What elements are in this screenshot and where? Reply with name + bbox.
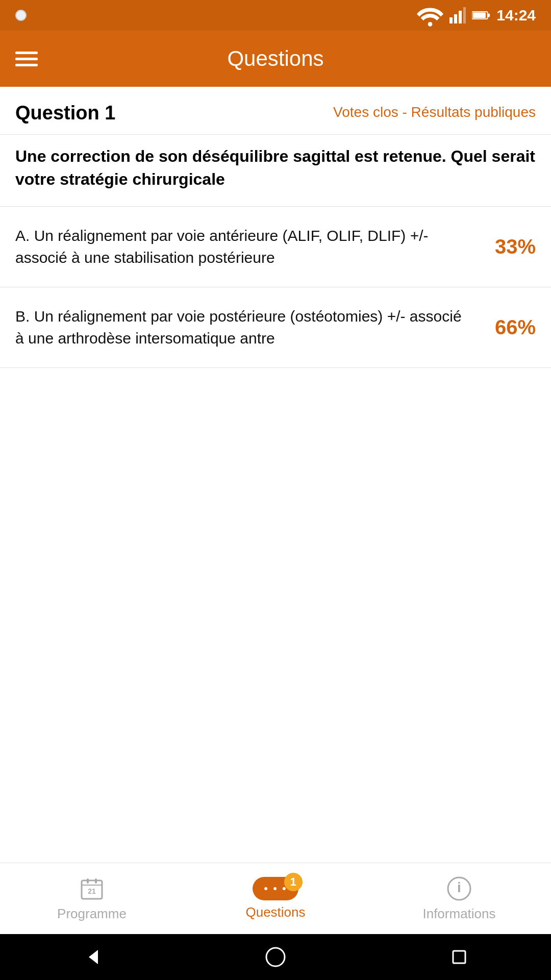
menu-button[interactable] (15, 52, 38, 66)
nav-label-questions: Questions (245, 904, 305, 920)
android-home-button[interactable] (264, 946, 287, 968)
status-bar: 14:24 (0, 0, 551, 31)
nav-label-informations: Informations (422, 906, 495, 922)
svg-text:i: i (457, 879, 461, 895)
svg-rect-6 (473, 13, 486, 18)
battery-icon (472, 6, 490, 24)
answer-percentage-b: 66% (480, 316, 536, 339)
question-text: Une correction de son déséquilibre sagit… (0, 135, 551, 207)
svg-point-16 (266, 948, 285, 966)
signal-icon (449, 7, 466, 23)
svg-rect-4 (463, 7, 466, 23)
questions-icon: • • • 1 (253, 877, 298, 900)
svg-rect-9 (82, 885, 102, 886)
svg-rect-10 (87, 878, 89, 884)
status-right: 14:24 (417, 2, 536, 29)
nav-item-informations[interactable]: i Informations (408, 875, 510, 922)
svg-rect-1 (449, 17, 453, 23)
nav-item-questions[interactable]: • • • 1 Questions (224, 877, 327, 920)
programme-icon: 21 (79, 875, 105, 902)
answer-text-a: A. Un réalignement par voie antérieure (… (15, 225, 480, 269)
svg-rect-7 (488, 13, 490, 17)
answer-percentage-a: 33% (480, 235, 536, 258)
question-status: Votes clos - Résultats publiques (333, 102, 536, 120)
android-recents-button[interactable] (448, 946, 470, 968)
question-header: Question 1 Votes clos - Résultats publiq… (0, 87, 551, 135)
informations-icon: i (446, 875, 472, 902)
bottom-nav: 21 Programme • • • 1 Questions i Informa… (0, 863, 551, 934)
question-number: Question 1 (15, 102, 115, 124)
svg-rect-11 (95, 878, 97, 884)
svg-rect-3 (459, 11, 462, 23)
svg-point-0 (428, 22, 433, 27)
android-back-button[interactable] (81, 946, 103, 968)
questions-dots: • • • (264, 882, 287, 895)
svg-marker-15 (89, 950, 98, 964)
answer-option-b[interactable]: B. Un réalignement par voie postérieure … (0, 287, 551, 368)
notification-dot (15, 10, 27, 21)
app-bar-title: Questions (227, 46, 323, 71)
svg-text:21: 21 (88, 887, 96, 895)
questions-badge: 1 (284, 873, 303, 891)
answer-text-b: B. Un réalignement par voie postérieure … (15, 305, 480, 350)
status-time: 14:24 (496, 7, 536, 24)
status-left (15, 10, 27, 21)
svg-rect-2 (454, 14, 457, 23)
wifi-icon (417, 2, 443, 29)
nav-label-programme: Programme (57, 906, 127, 922)
nav-item-programme[interactable]: 21 Programme (41, 875, 143, 922)
app-bar: Questions (0, 31, 551, 87)
android-nav (0, 934, 551, 980)
main-content: Question 1 Votes clos - Résultats publiq… (0, 87, 551, 863)
svg-rect-17 (453, 951, 465, 963)
answer-option-a[interactable]: A. Un réalignement par voie antérieure (… (0, 207, 551, 287)
